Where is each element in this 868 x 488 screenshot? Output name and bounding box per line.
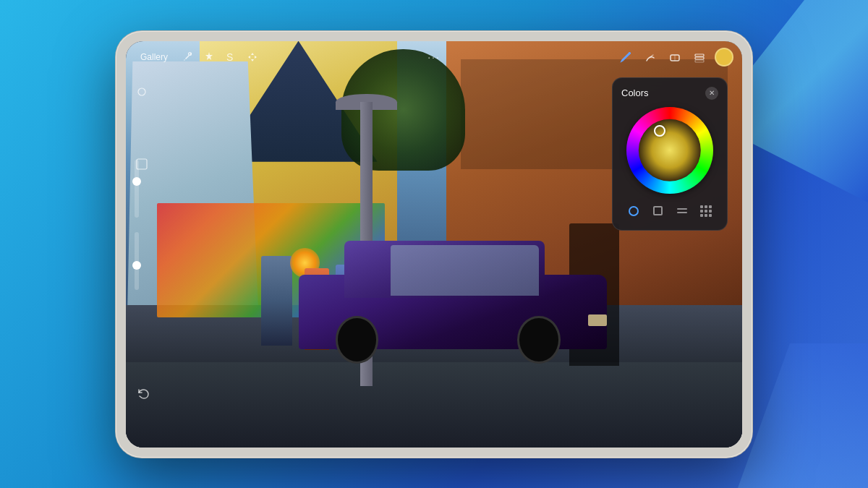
svg-point-8 [138, 88, 145, 95]
toolbar-right [534, 48, 733, 67]
brush-size-slider[interactable] [135, 160, 139, 218]
svg-rect-7 [695, 60, 704, 62]
color-wheel-inner [639, 119, 701, 181]
svg-rect-5 [695, 54, 704, 56]
car-windshield [391, 245, 538, 295]
undo-button[interactable] [133, 384, 153, 404]
opacity-handle[interactable] [132, 261, 141, 270]
toolbar-center: ··· [334, 51, 534, 63]
procreate-app: Gallery S [126, 41, 742, 448]
color-wheel-container [621, 107, 718, 194]
brush-size-handle[interactable] [132, 177, 141, 186]
gallery-button[interactable]: Gallery [135, 49, 174, 65]
slider-line-1 [677, 208, 687, 210]
more-options[interactable]: ··· [427, 51, 441, 63]
grid-icon [700, 205, 712, 217]
close-icon: ✕ [709, 89, 715, 97]
slider-line-2 [677, 212, 687, 213]
tab-square[interactable] [650, 204, 665, 218]
color-wheel[interactable] [626, 107, 713, 194]
square-icon [653, 206, 663, 215]
selection-icon[interactable]: S [223, 49, 239, 65]
tab-palette[interactable] [699, 204, 713, 218]
color-panel-tabs [621, 201, 718, 221]
colors-panel: Colors ✕ [612, 77, 728, 231]
eraser-tool-button[interactable] [665, 48, 684, 67]
svg-rect-6 [695, 57, 704, 59]
disc-icon [629, 206, 639, 216]
car-headlight [588, 314, 607, 326]
tab-disc[interactable] [626, 204, 641, 218]
svg-point-2 [629, 52, 631, 54]
toolbar-top: Gallery S [126, 41, 742, 73]
opacity-slider[interactable] [135, 232, 139, 290]
toolbar-left: Gallery S [135, 49, 334, 65]
transform-icon[interactable] [244, 49, 260, 65]
brush-size-tool[interactable] [132, 82, 152, 102]
car-wheel-left [336, 316, 379, 364]
car-wheel-right [517, 316, 561, 364]
color-swatch-button[interactable] [715, 48, 733, 67]
car [299, 252, 607, 366]
color-wheel-selector[interactable] [654, 125, 665, 137]
colors-panel-header: Colors ✕ [621, 87, 718, 100]
magic-icon[interactable] [201, 49, 217, 65]
layers-button[interactable] [690, 48, 709, 67]
ipad-screen: Gallery S [126, 41, 742, 448]
brush-tool-button[interactable] [616, 48, 635, 67]
wrench-icon[interactable] [179, 49, 195, 65]
bg-decoration-bottom-right [738, 343, 868, 488]
smudge-tool-button[interactable] [641, 48, 660, 67]
colors-close-button[interactable]: ✕ [705, 87, 718, 100]
sliders-icon [677, 208, 687, 213]
tab-sliders[interactable] [675, 204, 689, 218]
svg-text:S: S [226, 51, 233, 63]
colors-panel-title: Colors [621, 87, 649, 98]
ipad-frame: Gallery S [116, 31, 752, 458]
